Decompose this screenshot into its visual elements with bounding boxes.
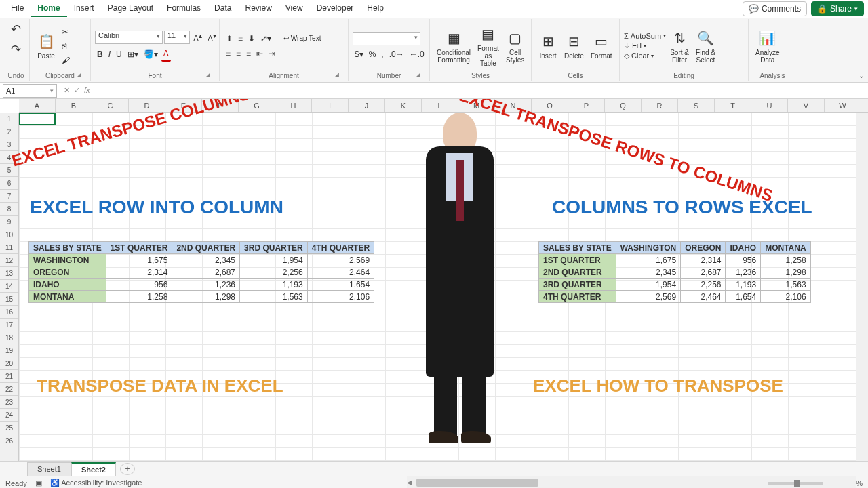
add-sheet-button[interactable]: + — [120, 463, 135, 475]
row-header[interactable]: 13 — [0, 267, 18, 280]
menu-tab-home[interactable]: Home — [31, 1, 66, 17]
insert-cells-button[interactable]: ⊞Insert — [536, 29, 560, 62]
row-header[interactable]: 17 — [0, 319, 18, 331]
autosum-button[interactable]: ΣAutoSum▾ — [624, 32, 666, 40]
sheet-tab[interactable]: Sheet2 — [71, 462, 116, 476]
column-header[interactable]: E — [165, 99, 202, 112]
column-header[interactable]: D — [129, 99, 165, 112]
font-name-select[interactable]: Calibri — [95, 30, 163, 44]
currency-button[interactable]: $▾ — [353, 48, 366, 60]
font-dialog-launcher[interactable]: ◢ — [205, 71, 214, 79]
row-header[interactable]: 7 — [0, 190, 18, 203]
column-header[interactable]: H — [275, 99, 312, 112]
border-button[interactable]: ⊞▾ — [125, 48, 140, 60]
row-header[interactable]: 3 — [0, 138, 18, 151]
number-format-select[interactable] — [353, 32, 420, 45]
menu-tab-page-layout[interactable]: Page Layout — [101, 1, 160, 17]
align-right-button[interactable]: ≡ — [244, 47, 253, 60]
menu-tab-help[interactable]: Help — [360, 1, 391, 17]
comments-button[interactable]: 💬Comments — [743, 1, 807, 16]
row-header[interactable]: 23 — [0, 396, 18, 409]
align-bottom-button[interactable]: ⬇ — [246, 33, 257, 45]
row-header[interactable]: 18 — [0, 331, 18, 344]
column-header[interactable]: C — [92, 99, 129, 112]
percent-button[interactable]: % — [367, 48, 378, 60]
menu-tab-insert[interactable]: Insert — [67, 1, 101, 17]
decrease-indent-button[interactable]: ⇤ — [254, 47, 265, 60]
row-header[interactable]: 22 — [0, 383, 18, 396]
sort-filter-button[interactable]: ⇅Sort & Filter — [667, 26, 692, 66]
column-header[interactable]: S — [678, 99, 715, 112]
share-button[interactable]: 🔒Share▾ — [811, 1, 864, 16]
accessibility-status[interactable]: ♿ Accessibility: Investigate — [50, 479, 142, 487]
format-painter-button[interactable]: 🖌 — [60, 54, 72, 66]
copy-button[interactable]: ⎘ — [60, 40, 72, 52]
row-header[interactable]: 1 — [0, 113, 18, 125]
column-header[interactable]: T — [715, 99, 751, 112]
increase-indent-button[interactable]: ⇥ — [267, 47, 277, 60]
format-as-table-button[interactable]: ▤Format as Table — [475, 22, 502, 70]
enter-formula-button[interactable]: ✓ — [74, 86, 80, 95]
column-header[interactable]: G — [239, 99, 275, 112]
row-header[interactable]: 26 — [0, 434, 18, 447]
underline-button[interactable]: U — [114, 48, 124, 60]
orientation-button[interactable]: ⤢▾ — [258, 33, 273, 45]
column-header[interactable]: O — [532, 99, 568, 112]
menu-tab-formulas[interactable]: Formulas — [160, 1, 208, 17]
align-left-button[interactable]: ≡ — [224, 47, 233, 60]
analyze-data-button[interactable]: 📊Analyze Data — [753, 26, 783, 66]
menu-tab-developer[interactable]: Developer — [310, 1, 361, 17]
cells-area[interactable]: EXCEL TRANSPOSE COLUMNS TO ROWS EXCEL TR… — [19, 113, 868, 461]
row-header[interactable]: 15 — [0, 293, 18, 306]
column-header[interactable]: F — [202, 99, 239, 112]
row-header[interactable]: 9 — [0, 216, 18, 228]
row-header[interactable]: 10 — [0, 228, 18, 241]
column-header[interactable]: Q — [605, 99, 642, 112]
row-header[interactable]: 24 — [0, 409, 18, 422]
format-cells-button[interactable]: ▭Format — [588, 29, 615, 62]
alignment-dialog-launcher[interactable]: ◢ — [334, 71, 342, 79]
column-header[interactable]: I — [312, 99, 349, 112]
row-header[interactable]: 8 — [0, 203, 18, 216]
column-header[interactable]: W — [825, 99, 861, 112]
decrease-font-button[interactable]: A▾ — [205, 30, 218, 45]
decrease-decimal-button[interactable]: ←.0 — [408, 48, 427, 60]
font-size-select[interactable]: 11 — [164, 30, 190, 44]
vertical-scrollbar[interactable] — [856, 113, 868, 461]
collapse-ribbon-button[interactable]: ⌄ — [859, 72, 864, 79]
column-header[interactable]: B — [56, 99, 92, 112]
number-dialog-launcher[interactable]: ◢ — [416, 71, 424, 79]
column-header[interactable]: A — [19, 99, 56, 112]
increase-decimal-button[interactable]: .0→ — [387, 48, 406, 60]
menu-tab-view[interactable]: View — [279, 1, 310, 17]
row-header[interactable]: 6 — [0, 177, 18, 190]
undo-button[interactable]: ↶ — [9, 20, 23, 38]
row-header[interactable]: 19 — [0, 344, 18, 357]
row-header[interactable]: 16 — [0, 306, 18, 319]
find-select-button[interactable]: 🔍Find & Select — [693, 26, 718, 66]
sheet-tab[interactable]: Sheet1 — [27, 462, 71, 476]
menu-tab-review[interactable]: Review — [238, 1, 278, 17]
cancel-formula-button[interactable]: ✕ — [64, 86, 70, 95]
conditional-formatting-button[interactable]: ▦Conditional Formatting — [434, 26, 473, 66]
italic-button[interactable]: I — [106, 48, 113, 60]
increase-font-button[interactable]: A▴ — [191, 30, 204, 45]
paste-button[interactable]: 📋Paste — [34, 29, 58, 62]
menu-tab-data[interactable]: Data — [208, 1, 238, 17]
wrap-text-button[interactable]: ↩ Wrap Text — [281, 33, 323, 43]
column-header[interactable]: V — [788, 99, 825, 112]
name-box[interactable]: A1▾ — [3, 84, 57, 98]
cell-styles-button[interactable]: ▢Cell Styles — [503, 26, 528, 66]
column-header[interactable]: J — [349, 99, 385, 112]
row-header[interactable]: 14 — [0, 280, 18, 293]
align-top-button[interactable]: ⬆ — [224, 33, 235, 45]
row-header[interactable]: 4 — [0, 151, 18, 164]
row-header[interactable]: 11 — [0, 241, 18, 254]
fx-icon[interactable]: fx — [84, 86, 90, 95]
cut-button[interactable]: ✂ — [60, 26, 72, 38]
row-header[interactable]: 5 — [0, 164, 18, 177]
align-middle-button[interactable]: ≡ — [236, 33, 245, 45]
font-color-button[interactable]: A — [161, 47, 171, 62]
column-header[interactable]: R — [642, 99, 678, 112]
bold-button[interactable]: B — [95, 48, 105, 60]
